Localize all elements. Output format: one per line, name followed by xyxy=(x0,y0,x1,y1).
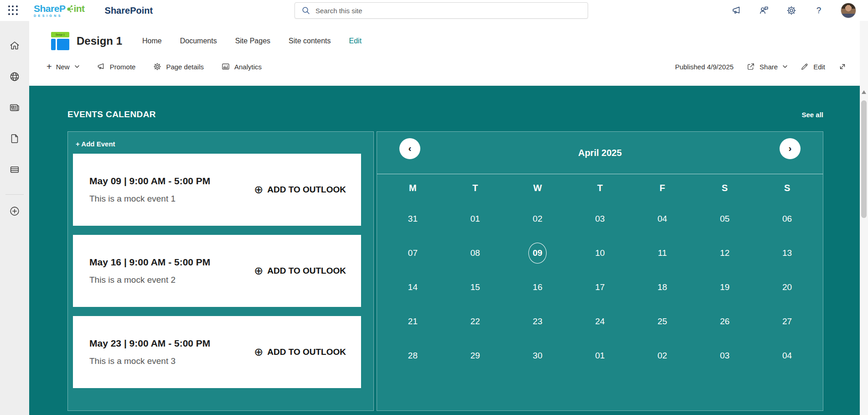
calendar-date[interactable]: 30 xyxy=(533,351,542,361)
calendar-prev-button[interactable]: ‹ xyxy=(399,138,420,159)
calendar-date[interactable]: 04 xyxy=(782,351,792,361)
calendar-day-header: T xyxy=(597,183,603,193)
site-search[interactable] xyxy=(294,2,588,19)
calendar-date[interactable]: 08 xyxy=(470,248,480,258)
calendar-date[interactable]: 29 xyxy=(470,351,480,361)
calendar-date[interactable]: 03 xyxy=(595,214,604,224)
avatar[interactable] xyxy=(841,3,856,18)
calendar-next-button[interactable]: › xyxy=(780,138,801,159)
webpart-panels: + Add Event May 09 | 9:00 AM - 5:00 PM T… xyxy=(67,131,823,411)
calendar-date[interactable]: 24 xyxy=(595,316,604,327)
calendar-date[interactable]: 01 xyxy=(595,351,604,361)
calendar-date[interactable]: 17 xyxy=(595,282,604,292)
app-name: SharePoint xyxy=(105,5,153,16)
published-status: Published 4/9/2025 xyxy=(675,63,734,71)
calendar-date[interactable]: 10 xyxy=(595,248,604,258)
scrollbar-thumb[interactable] xyxy=(861,100,867,218)
nav-documents[interactable]: Documents xyxy=(180,37,217,45)
add-to-outlook-button[interactable]: ⊕ ADD TO OUTLOOK xyxy=(254,184,346,195)
app-launcher-waffle-icon[interactable] xyxy=(8,5,18,16)
brand-int: int xyxy=(73,4,84,13)
calendar-date[interactable]: 31 xyxy=(408,214,418,224)
suite-bar: SharePint DESIGNS SharePoint ? xyxy=(0,0,868,21)
event-datetime: May 23 | 9:00 AM - 5:00 PM xyxy=(89,338,210,349)
event-card[interactable]: May 09 | 9:00 AM - 5:00 PM This is a moc… xyxy=(73,154,361,226)
command-bar-right: Published 4/9/2025 Share Edit xyxy=(675,62,847,71)
announcements-megaphone-icon[interactable] xyxy=(731,5,742,16)
promote-button[interactable]: Promote xyxy=(97,62,136,71)
calendar-date[interactable]: 03 xyxy=(720,351,729,361)
sidebar-item-home[interactable] xyxy=(5,36,24,55)
add-event-link[interactable]: + Add Event xyxy=(76,140,115,148)
calendar-date[interactable]: 04 xyxy=(657,214,667,224)
calendar-day-header: T xyxy=(472,183,478,193)
search-input[interactable] xyxy=(315,7,588,15)
calendar-date[interactable]: 05 xyxy=(720,214,729,224)
page-scrollbar[interactable] xyxy=(860,21,868,415)
calendar-date[interactable]: 06 xyxy=(782,214,792,224)
nav-edit[interactable]: Edit xyxy=(349,37,362,45)
sidebar-item-global[interactable] xyxy=(5,67,24,86)
calendar-date[interactable]: 26 xyxy=(720,316,729,327)
event-datetime: May 09 | 9:00 AM - 5:00 PM xyxy=(89,176,210,187)
analytics-button[interactable]: Analytics xyxy=(221,62,262,71)
calendar-date[interactable]: 28 xyxy=(408,351,418,361)
month-calendar-panel: ‹ April 2025 › M T W T F S S 31 01 xyxy=(377,131,823,411)
sidebar-item-pages[interactable] xyxy=(5,130,24,148)
calendar-date[interactable]: 19 xyxy=(720,282,729,292)
calendar-date[interactable]: 13 xyxy=(782,248,792,258)
calendar-date[interactable]: 23 xyxy=(533,316,542,327)
calendar-date-selected[interactable]: 09 xyxy=(528,243,547,264)
sidebar-item-news[interactable] xyxy=(5,99,24,117)
calendar-date[interactable]: 11 xyxy=(658,248,667,258)
main-row: Design 1 Design 1 Home Documents Site Pa… xyxy=(0,21,868,415)
add-to-outlook-button[interactable]: ⊕ ADD TO OUTLOOK xyxy=(254,347,346,358)
calendar-date[interactable]: 18 xyxy=(657,282,667,292)
new-button[interactable]: + New xyxy=(46,62,79,71)
plus-circle-icon xyxy=(9,205,21,217)
share-button[interactable]: Share xyxy=(746,62,787,71)
calendar-date[interactable]: 21 xyxy=(408,316,418,327)
sidebar-item-add[interactable] xyxy=(5,202,24,220)
calendar-date[interactable]: 12 xyxy=(720,248,729,258)
calendar-date[interactable]: 16 xyxy=(533,282,542,292)
news-icon xyxy=(9,102,21,114)
calendar-date[interactable]: 22 xyxy=(470,316,480,327)
calendar-date[interactable]: 25 xyxy=(657,316,667,327)
sidebar-item-lists[interactable] xyxy=(5,161,24,179)
event-description: This is a mock event 2 xyxy=(89,275,210,285)
calendar-date[interactable]: 02 xyxy=(657,351,667,361)
add-to-outlook-label: ADD TO OUTLOOK xyxy=(267,347,346,357)
calendar-date[interactable]: 27 xyxy=(782,316,792,327)
add-to-outlook-label: ADD TO OUTLOOK xyxy=(267,185,346,195)
nav-site-contents[interactable]: Site contents xyxy=(289,37,331,45)
calendar-date[interactable]: 07 xyxy=(408,248,418,258)
sharepoint-designs-logo[interactable]: SharePint DESIGNS xyxy=(34,4,85,17)
scrollbar-up-arrow[interactable] xyxy=(862,90,866,94)
edit-page-button[interactable]: Edit xyxy=(800,62,825,71)
calendar-date[interactable]: 20 xyxy=(782,282,792,292)
calendar-grid: M T W T F S S 31 01 02 03 04 05 06 xyxy=(377,174,823,373)
calendar-date[interactable]: 01 xyxy=(470,214,480,224)
calendar-date[interactable]: 15 xyxy=(470,282,480,292)
see-all-link[interactable]: See all xyxy=(801,111,823,119)
expand-diagonal-icon xyxy=(838,62,847,71)
nav-site-pages[interactable]: Site Pages xyxy=(235,37,270,45)
analytics-chart-icon xyxy=(221,62,230,71)
calendar-date[interactable]: 02 xyxy=(533,214,542,224)
share-label: Share xyxy=(760,63,778,71)
calendar-date[interactable]: 14 xyxy=(408,282,418,292)
nav-home[interactable]: Home xyxy=(142,37,162,45)
list-table-icon xyxy=(9,164,21,176)
add-to-outlook-button[interactable]: ⊕ ADD TO OUTLOOK xyxy=(254,265,346,276)
page-details-button[interactable]: Page details xyxy=(153,62,204,71)
event-card[interactable]: May 16 | 9:00 AM - 5:00 PM This is a moc… xyxy=(73,235,361,307)
site-logo-caption: Design 1 xyxy=(51,32,69,37)
plus-circle-icon: ⊕ xyxy=(254,265,263,276)
site-logo[interactable]: Design 1 xyxy=(51,32,69,50)
settings-gear-icon[interactable] xyxy=(786,5,797,16)
help-icon[interactable]: ? xyxy=(813,5,824,16)
event-card[interactable]: May 23 | 9:00 AM - 5:00 PM This is a moc… xyxy=(73,316,361,388)
feedback-person-icon[interactable] xyxy=(759,5,770,16)
expand-button[interactable] xyxy=(838,62,847,71)
